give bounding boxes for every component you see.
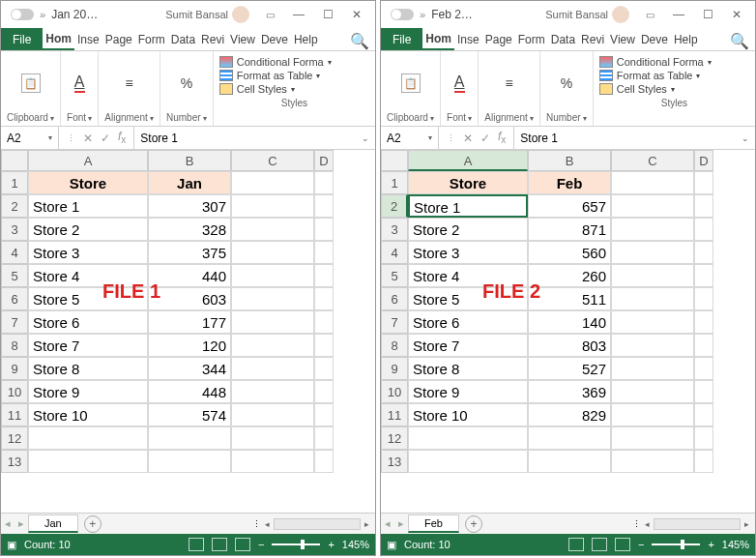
paste-icon[interactable]: 📋	[401, 73, 421, 93]
scroll-left-icon[interactable]: ◂	[265, 519, 270, 529]
cell-c5[interactable]	[611, 264, 694, 287]
row-header-1[interactable]: 1	[381, 171, 408, 194]
cell-c9[interactable]	[611, 357, 694, 380]
ribbon-tab-help[interactable]: Help	[671, 28, 701, 50]
cell-b4[interactable]: 375	[148, 241, 231, 264]
row-header-4[interactable]: 4	[381, 241, 408, 264]
scroll-left-icon[interactable]: ◂	[645, 519, 650, 529]
row-header-3[interactable]: 3	[1, 218, 28, 241]
row-header-2[interactable]: 2	[1, 194, 28, 218]
cell-b5[interactable]: 440	[148, 264, 231, 287]
cell-c6[interactable]	[231, 287, 314, 310]
ribbon-tab-help[interactable]: Help	[291, 28, 321, 50]
file-tab[interactable]: File	[1, 28, 43, 50]
conditional-formatting-button[interactable]: Conditional Forma▾	[219, 55, 369, 69]
row-header-10[interactable]: 10	[1, 380, 28, 403]
cell-a7[interactable]: Store 6	[408, 310, 528, 334]
ribbon-tab-deve[interactable]: Deve	[258, 28, 291, 50]
enter-formula-icon[interactable]: ✓	[101, 132, 110, 145]
zoom-level[interactable]: 145%	[722, 539, 749, 550]
cell-c2[interactable]	[611, 194, 694, 218]
row-header-2[interactable]: 2	[381, 194, 408, 218]
sheet-tab-active[interactable]: Jan	[28, 514, 78, 533]
cell-b11[interactable]: 574	[148, 403, 231, 426]
cell-a9[interactable]: Store 8	[28, 357, 148, 380]
cell-c4[interactable]	[231, 241, 314, 264]
view-normal-icon[interactable]	[568, 538, 584, 551]
name-box[interactable]: A2▾	[381, 127, 439, 149]
add-sheet-button[interactable]: +	[84, 515, 102, 533]
select-all-corner[interactable]	[381, 150, 408, 171]
cell-b10[interactable]: 369	[528, 380, 611, 403]
cell-d12[interactable]	[694, 426, 713, 450]
cell-a12[interactable]	[28, 426, 148, 450]
cell-a3[interactable]: Store 2	[28, 218, 148, 241]
col-header-c[interactable]: C	[231, 150, 314, 171]
scrollbar-track[interactable]	[274, 518, 361, 530]
sheet-nav-next-icon[interactable]: ▸	[15, 517, 28, 530]
cell-c3[interactable]	[611, 218, 694, 241]
view-normal-icon[interactable]	[189, 538, 204, 551]
cell-d3[interactable]	[314, 218, 334, 241]
cell-a5[interactable]: Store 4	[408, 264, 528, 287]
cell-a6[interactable]: Store 5	[408, 287, 528, 310]
name-menu-icon[interactable]: ⋮	[67, 133, 75, 143]
sheet-nav-next-icon[interactable]: ▸	[394, 517, 408, 530]
cell-d4[interactable]	[314, 241, 334, 264]
cell-c12[interactable]	[231, 426, 314, 450]
view-page-layout-icon[interactable]	[212, 538, 227, 551]
zoom-in-button[interactable]: +	[708, 539, 713, 550]
font-icon[interactable]: A	[454, 73, 465, 93]
autosave-toggle-icon[interactable]	[11, 9, 34, 20]
enter-formula-icon[interactable]: ✓	[480, 132, 490, 145]
cell-d9[interactable]	[314, 357, 334, 380]
cancel-formula-icon[interactable]: ✕	[463, 132, 473, 145]
cell-a3[interactable]: Store 2	[408, 218, 528, 241]
row-header-12[interactable]: 12	[1, 426, 28, 450]
fx-icon[interactable]: fx	[118, 130, 126, 145]
cell-d6[interactable]	[694, 287, 713, 310]
cell-b8[interactable]: 803	[528, 334, 611, 357]
view-page-break-icon[interactable]	[615, 538, 630, 551]
row-header-7[interactable]: 7	[1, 310, 28, 334]
cell-d9[interactable]	[694, 357, 713, 380]
cell-a8[interactable]: Store 7	[28, 334, 148, 357]
maximize-button[interactable]: ☐	[693, 5, 722, 24]
row-header-7[interactable]: 7	[381, 310, 408, 334]
ribbon-tab-form[interactable]: Form	[515, 28, 548, 50]
sheet-tab-active[interactable]: Feb	[408, 514, 459, 533]
cell-a8[interactable]: Store 7	[408, 334, 528, 357]
row-header-11[interactable]: 11	[1, 403, 28, 426]
cell-b9[interactable]: 344	[148, 357, 231, 380]
cell-d7[interactable]	[314, 310, 334, 334]
cell-d13[interactable]	[694, 450, 713, 473]
font-label[interactable]: Font	[447, 111, 472, 124]
scroll-right-icon[interactable]: ▸	[744, 519, 749, 529]
zoom-slider[interactable]	[272, 543, 320, 545]
macro-record-icon[interactable]: ▣	[7, 539, 16, 551]
maximize-button[interactable]: ☐	[313, 5, 342, 24]
macro-record-icon[interactable]: ▣	[387, 539, 396, 551]
cell-b13[interactable]	[148, 450, 231, 473]
autosave[interactable]	[385, 9, 420, 20]
zoom-slider[interactable]	[652, 543, 700, 545]
account-area[interactable]: Sumit Bansal	[165, 6, 249, 23]
cell-b3[interactable]: 871	[528, 218, 611, 241]
fx-icon[interactable]: fx	[498, 130, 506, 145]
cell-b2[interactable]: 307	[148, 194, 231, 218]
cell-d11[interactable]	[694, 403, 713, 426]
cell-d8[interactable]	[694, 334, 713, 357]
col-header-d[interactable]: D	[694, 150, 713, 171]
cell-a10[interactable]: Store 9	[28, 380, 148, 403]
account-area[interactable]: Sumit Bansal	[545, 6, 629, 23]
font-icon[interactable]: A	[74, 73, 85, 93]
row-header-9[interactable]: 9	[1, 357, 28, 380]
paste-icon[interactable]: 📋	[21, 73, 41, 93]
ribbon-tab-hom[interactable]: Hom	[422, 28, 454, 50]
ribbon-tab-data[interactable]: Data	[168, 28, 198, 50]
sheet-nav-prev-icon[interactable]: ◂	[1, 517, 15, 530]
name-menu-icon[interactable]: ⋮	[447, 133, 455, 143]
formula-input[interactable]: Store 1	[514, 132, 736, 145]
ribbon-tab-revi[interactable]: Revi	[578, 28, 607, 50]
col-header-a[interactable]: A	[28, 150, 148, 171]
